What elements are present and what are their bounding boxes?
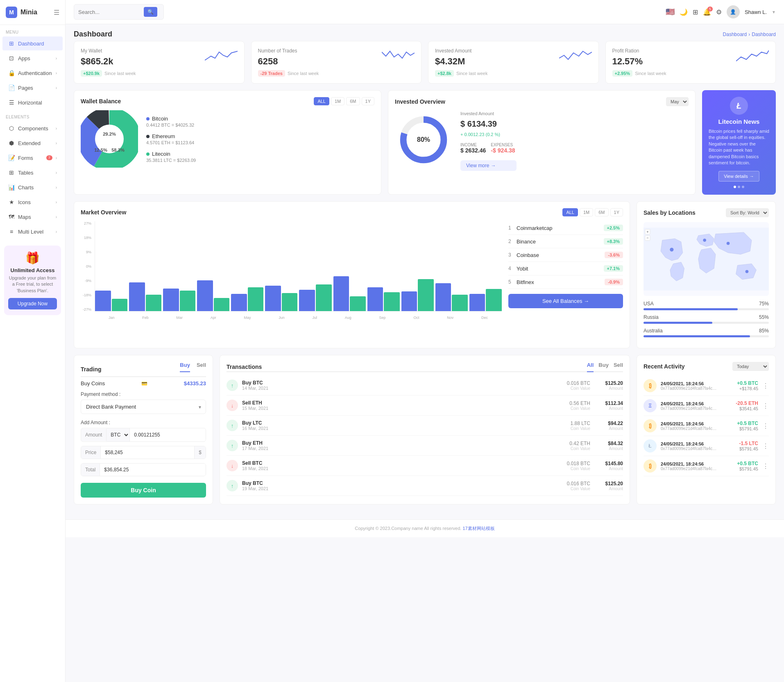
search-input[interactable] [78, 9, 144, 15]
amount-input[interactable] [130, 429, 206, 441]
month-select[interactable]: May Jun Jul [666, 97, 689, 106]
more-options-icon[interactable]: ⋮ [762, 382, 769, 390]
tx-tab-all[interactable]: All [587, 362, 594, 372]
market-rank: 2 [508, 239, 517, 244]
legend-name: Ethereum [146, 133, 196, 139]
amount-label: Amount [81, 429, 106, 441]
trading-tab-buy[interactable]: Buy [180, 362, 190, 372]
upgrade-box: 🎁 Unlimited Access Upgrade your plan fro… [4, 246, 61, 315]
forms-badge: 7 [46, 155, 52, 160]
view-more-button[interactable]: View more → [460, 160, 517, 171]
footer-link[interactable]: 17素材网站模板 [462, 526, 494, 531]
dot-1[interactable] [734, 186, 736, 188]
price-input[interactable] [101, 446, 194, 459]
market-tab-1m[interactable]: 1M [580, 208, 593, 216]
activity-filter-select[interactable]: Today This Week This Month [732, 362, 769, 371]
sidebar-item-authentication[interactable]: 🔒 Authentication › [2, 66, 63, 80]
coin-select[interactable]: BTC ETH LTC [106, 428, 130, 441]
sidebar-item-charts[interactable]: 📊 Charts › [2, 180, 63, 194]
loc-name: Australia [644, 328, 663, 334]
tx-tab-sell[interactable]: Sell [614, 362, 623, 372]
expenses-label: EXPENSES [491, 143, 516, 147]
tx-coin-value: 0.018 BTC Coin Value [567, 461, 590, 471]
bar-green [384, 292, 400, 311]
dot-2[interactable] [738, 186, 740, 188]
market-tab-6m[interactable]: 6M [595, 208, 608, 216]
grid-icon[interactable]: ⊞ [693, 8, 698, 16]
loc-bar-fill [644, 335, 750, 337]
bar-group [401, 279, 434, 311]
legend-dot-litecoin [146, 152, 150, 156]
wallet-tab-1y[interactable]: 1Y [362, 97, 374, 105]
tx-cv: 0.018 BTC [567, 461, 590, 466]
sidebar-item-forms[interactable]: 📝 Forms 7 › [2, 151, 63, 165]
sidebar-item-label: Extended [18, 140, 52, 146]
view-details-button[interactable]: View details → [718, 171, 759, 182]
upgrade-button[interactable]: Upgrade Now [8, 298, 57, 309]
tx-coin-value: 1.88 LTC Coin Value [571, 421, 590, 431]
market-tab-1y[interactable]: 1Y [610, 208, 623, 216]
sidebar-item-apps[interactable]: ⊡ Apps › [2, 51, 63, 65]
tx-row: ↓ Sell ETH 15 Mar, 2021 0.56 ETH Coin Va… [227, 396, 623, 416]
svg-text:58.3%: 58.3% [111, 148, 125, 152]
payment-method-label: Payment method : [81, 391, 206, 397]
activity-hash: 0x77ad0099e21d4fca87fa4ca92dda1a40af9e05… [661, 446, 718, 451]
sidebar: M Minia ☰ Menu ⊞ Dashboard ⊡ Apps › 🔒 Au… [0, 0, 66, 682]
sidebar-item-multilevel[interactable]: ≡ Multi Level › [2, 225, 63, 239]
more-options-icon[interactable]: ⋮ [762, 422, 769, 430]
username[interactable]: Shawn L. [745, 9, 767, 15]
btc-coin-icon: ₿ [644, 459, 657, 473]
sidebar-item-maps[interactable]: 🗺 Maps › [2, 210, 63, 224]
sidebar-item-tables[interactable]: ⊞ Tables › [2, 166, 63, 180]
market-tab-all[interactable]: ALL [562, 208, 578, 216]
chevron-right-icon: › [56, 200, 57, 205]
price-row: Price $ [81, 446, 206, 459]
payment-method-select[interactable]: Direct Bank Payment [81, 400, 206, 414]
sidebar-item-label: Multi Level [18, 229, 52, 235]
search-button[interactable]: 🔍 [144, 7, 157, 17]
bar-blue [265, 286, 281, 311]
sidebar-item-components[interactable]: ⬡ Components › [2, 121, 63, 135]
activity-amounts: +0.5 BTC $5791.45 [737, 421, 758, 431]
eth-coin-icon: Ξ [644, 399, 657, 412]
sidebar-item-dashboard[interactable]: ⊞ Dashboard [2, 36, 63, 50]
wallet-tab-1m[interactable]: 1M [331, 97, 344, 105]
sort-select[interactable]: Sort By: World [726, 208, 769, 217]
wallet-tab-6m[interactable]: 6M [346, 97, 360, 105]
activity-amount: +0.5 BTC [737, 421, 758, 426]
wallet-tab-all[interactable]: ALL [314, 97, 329, 105]
tx-amount: $112.34 Amount [594, 400, 623, 411]
moon-icon[interactable]: 🌙 [680, 8, 688, 16]
activity-usd: +$178.45 [737, 386, 758, 391]
tx-amt: $94.22 [594, 421, 623, 426]
more-options-icon[interactable]: ⋮ [762, 442, 769, 450]
more-options-icon[interactable]: ⋮ [762, 462, 769, 470]
notification-icon[interactable]: 🔔 5 [703, 8, 711, 16]
stat-card-footer: +$20.9k Since last week [81, 70, 136, 77]
sidebar-item-horizontal[interactable]: ☰ Horizontal [2, 95, 63, 109]
loc-bar-track [644, 322, 769, 324]
trading-tab-sell[interactable]: Sell [197, 362, 206, 372]
see-all-balances-button[interactable]: See All Balances → [508, 294, 623, 308]
settings-icon[interactable]: ⚙ [716, 8, 722, 16]
hamburger-icon[interactable]: ☰ [54, 9, 59, 16]
more-options-icon[interactable]: ⋮ [762, 402, 769, 410]
location-usa: USA 75% [644, 301, 769, 310]
tx-amt: $125.20 [594, 481, 623, 486]
tx-cv-label: Coin Value [569, 446, 590, 451]
activity-title: Recent Activity [644, 363, 685, 370]
chevron-right-icon: › [56, 230, 57, 234]
sidebar-item-extended[interactable]: ⬢ Extended › [2, 136, 63, 150]
tx-tab-buy[interactable]: Buy [598, 362, 609, 372]
buy-coin-button[interactable]: Buy Coin [81, 483, 206, 498]
bar-green [452, 295, 468, 311]
expenses-stat: EXPENSES -$ 924.38 [491, 143, 516, 154]
sidebar-item-pages[interactable]: 📄 Pages › [2, 81, 63, 95]
dot-3[interactable] [742, 186, 744, 188]
menu-section-label: Menu [0, 25, 65, 36]
tx-amount: $125.20 Amount [594, 481, 623, 491]
total-input[interactable] [100, 464, 206, 476]
bar-blue [333, 276, 349, 311]
user-dropdown-arrow[interactable]: ▼ [772, 10, 776, 14]
sidebar-item-icons[interactable]: ★ Icons › [2, 195, 63, 209]
